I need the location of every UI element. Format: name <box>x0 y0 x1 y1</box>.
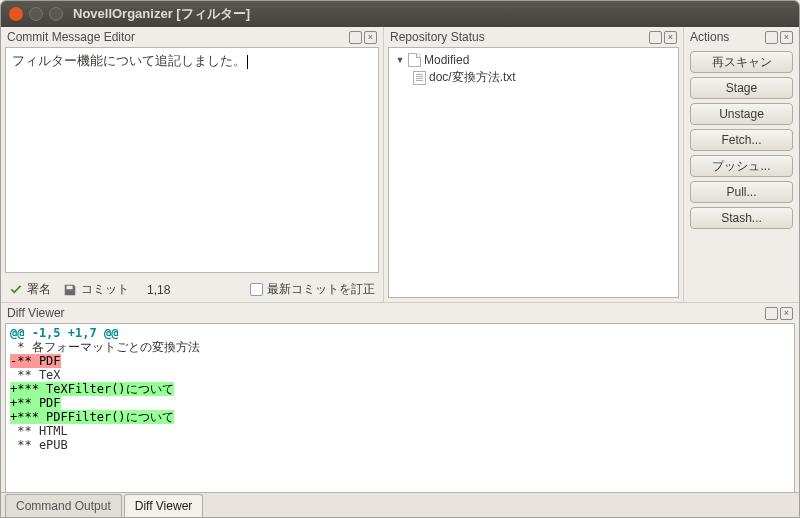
triangle-down-icon[interactable]: ▼ <box>395 55 405 65</box>
commit-message-text: フィルター機能について追記しました。 <box>12 53 246 68</box>
tree-file-row[interactable]: doc/変換方法.txt <box>393 68 674 87</box>
panel-close-icon[interactable] <box>364 31 377 44</box>
tree-group-label: Modified <box>424 53 469 67</box>
diff-hunk-header: @@ -1,5 +1,7 @@ <box>10 326 790 340</box>
amend-label: 最新コミットを訂正 <box>267 281 375 298</box>
diff-line: ** ePUB <box>10 438 790 452</box>
diff-panel-title: Diff Viewer <box>7 306 65 320</box>
titlebar: NovellOrganizer [フィルター] <box>1 1 799 27</box>
panel-maximize-icon[interactable] <box>649 31 662 44</box>
window-maximize-icon[interactable] <box>49 7 63 21</box>
tree-file-label: doc/変換方法.txt <box>429 69 516 86</box>
content-area: Commit Message Editor フィルター機能について追記しました。… <box>1 27 799 517</box>
text-file-icon <box>413 71 426 85</box>
commit-toolbar: 署名 コミット 1,18 最新コミットを訂正 <box>1 277 383 302</box>
diff-panel-header: Diff Viewer <box>1 303 799 323</box>
actions-panel: Actions 再スキャン Stage Unstage Fetch... プッシ… <box>684 27 799 302</box>
panel-close-icon[interactable] <box>780 307 793 320</box>
diff-line: ** TeX <box>10 368 790 382</box>
panel-close-icon[interactable] <box>780 31 793 44</box>
bottom-tabs: Command Output Diff Viewer <box>1 492 799 517</box>
commit-message-panel: Commit Message Editor フィルター機能について追記しました。… <box>1 27 384 302</box>
window-close-icon[interactable] <box>9 7 23 21</box>
app-window: NovellOrganizer [フィルター] Commit Message E… <box>0 0 800 518</box>
repo-panel-title: Repository Status <box>390 30 485 44</box>
amend-checkbox[interactable] <box>250 283 263 296</box>
push-button[interactable]: プッシュ... <box>690 155 793 177</box>
unstage-button[interactable]: Unstage <box>690 103 793 125</box>
window-minimize-icon[interactable] <box>29 7 43 21</box>
stash-button[interactable]: Stash... <box>690 207 793 229</box>
top-row: Commit Message Editor フィルター機能について追記しました。… <box>1 27 799 302</box>
commit-label: コミット <box>81 281 129 298</box>
commit-panel-title: Commit Message Editor <box>7 30 135 44</box>
actions-body: 再スキャン Stage Unstage Fetch... プッシュ... Pul… <box>684 47 799 302</box>
repo-panel-header: Repository Status <box>384 27 683 47</box>
commit-button[interactable]: コミット <box>63 281 129 298</box>
sign-label: 署名 <box>27 281 51 298</box>
rescan-button[interactable]: 再スキャン <box>690 51 793 73</box>
save-icon <box>63 283 77 297</box>
diff-content[interactable]: @@ -1,5 +1,7 @@ * 各フォーマットごとの変換方法 -** PDF… <box>5 323 795 492</box>
cursor-position: 1,18 <box>147 283 170 297</box>
sign-button[interactable]: 署名 <box>9 281 51 298</box>
window-title: NovellOrganizer [フィルター] <box>73 5 250 23</box>
pull-button[interactable]: Pull... <box>690 181 793 203</box>
stage-button[interactable]: Stage <box>690 77 793 99</box>
repo-tree[interactable]: ▼ Modified doc/変換方法.txt <box>388 47 679 298</box>
diff-line-added: +*** TeXFilter()について <box>10 382 174 396</box>
tab-diff-viewer[interactable]: Diff Viewer <box>124 494 204 517</box>
diff-viewer-panel: Diff Viewer @@ -1,5 +1,7 @@ * 各フォーマットごとの… <box>1 302 799 492</box>
amend-checkbox-group[interactable]: 最新コミットを訂正 <box>250 281 375 298</box>
panel-maximize-icon[interactable] <box>349 31 362 44</box>
tab-command-output[interactable]: Command Output <box>5 494 122 517</box>
check-icon <box>9 283 23 297</box>
folder-icon <box>408 53 421 67</box>
panel-maximize-icon[interactable] <box>765 307 778 320</box>
diff-line-added: +*** PDFFilter()について <box>10 410 174 424</box>
diff-line: ** HTML <box>10 424 790 438</box>
text-cursor <box>247 55 248 69</box>
actions-panel-title: Actions <box>690 30 729 44</box>
diff-line: * 各フォーマットごとの変換方法 <box>10 340 790 354</box>
repository-status-panel: Repository Status ▼ Modified <box>384 27 684 302</box>
tree-group-modified[interactable]: ▼ Modified <box>393 52 674 68</box>
actions-panel-header: Actions <box>684 27 799 47</box>
panel-maximize-icon[interactable] <box>765 31 778 44</box>
commit-panel-header: Commit Message Editor <box>1 27 383 47</box>
diff-line-added: +** PDF <box>10 396 61 410</box>
diff-line-removed: -** PDF <box>10 354 61 368</box>
fetch-button[interactable]: Fetch... <box>690 129 793 151</box>
commit-message-input[interactable]: フィルター機能について追記しました。 <box>5 47 379 273</box>
panel-close-icon[interactable] <box>664 31 677 44</box>
right-column: Repository Status ▼ Modified <box>384 27 799 302</box>
